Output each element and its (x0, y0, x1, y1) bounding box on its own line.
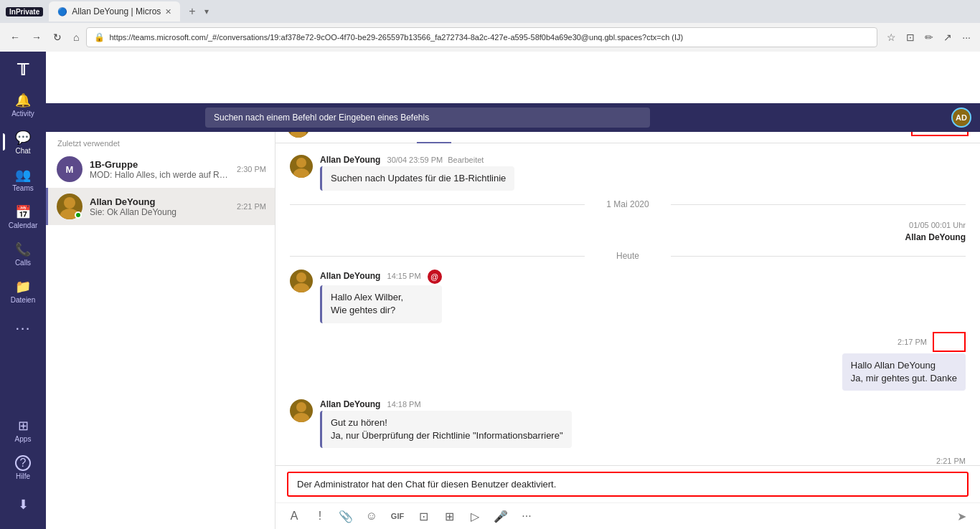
collections-icon[interactable]: ⊡ (903, 29, 918, 46)
meet-icon[interactable]: ▷ (465, 506, 485, 526)
self-msg-meta-3: 2:21 PM (860, 457, 966, 465)
msg-content-self-2: 2:17 PM Hallo Allan DeYoung Ja, mir geht… (842, 332, 966, 391)
chat-rail-icon: 💬 (15, 130, 31, 146)
self-text-2-line2: Ja, mir gehtes gut. Danke (851, 373, 957, 383)
self-msg-meta-1: 01/05 00:01 Uhr (905, 218, 966, 231)
sidebar-item-teams[interactable]: 👥 Teams (3, 161, 43, 198)
self-msg-time-1: 01/05 00:01 Uhr (909, 221, 966, 229)
schedule-icon[interactable]: ⊞ (439, 506, 459, 526)
msg-content-self-1: 01/05 00:01 Uhr Allan DeYoung (905, 218, 966, 242)
calendar-label: Calendar (9, 221, 38, 229)
home-button[interactable]: ⌂ (69, 29, 83, 46)
msg-meta-3: Allan DeYoung 14:15 PM @ (320, 270, 442, 284)
pen-icon[interactable]: ✏ (921, 29, 937, 46)
sidebar-item-calendar[interactable]: 📅 Calendar (3, 198, 43, 235)
left-rail: 𝕋 🔔 Activity 💬 Chat 👥 Teams 📅 Calendar 📞… (0, 52, 46, 529)
message-row-self-1: 01/05 00:01 Uhr Allan DeYoung (290, 218, 966, 242)
sidebar-item-chat[interactable]: 💬 Chat (3, 123, 43, 161)
main-area: Chat Zulet... verw... Kontakte ▽ Zuletzt… (46, 109, 980, 529)
activity-icon: 🔔 (15, 92, 31, 108)
tab-close-icon[interactable]: ✕ (165, 7, 171, 16)
chat-info-1b: 1B-Gruppe MOD: Hallo Alles, ich werde au… (90, 159, 230, 180)
self-bubble-2: Hallo Allan DeYoung Ja, mir gehtes gut. … (842, 353, 966, 391)
msg-meta-1: Allan DeYoung 30/04 23:59 PM Bearbeitet (320, 155, 514, 165)
audio-icon[interactable]: 🎤 (491, 506, 511, 526)
sidebar-item-dateien[interactable]: 📁 Dateien (3, 272, 43, 310)
self-msg-time-2: 2:17 PM (897, 338, 927, 346)
tab-title: Allan DeYoung | Micros (72, 6, 161, 16)
self-msg-sender-1: Allan DeYoung (905, 232, 966, 242)
sidebar-item-calls[interactable]: 📞 Calls (3, 235, 43, 272)
send-button[interactable]: ➤ (951, 506, 971, 526)
user-avatar[interactable]: AD (951, 108, 971, 128)
back-button[interactable]: ← (6, 29, 24, 46)
hilfe-label: Hilfe (16, 472, 30, 480)
forward-button[interactable]: → (27, 29, 46, 46)
chat-item-1b-gruppe[interactable]: M 1B-Gruppe MOD: Hallo Alles, ich werde … (46, 151, 275, 188)
sidebar-item-more[interactable]: ··· (3, 310, 43, 347)
dateien-label: Dateien (11, 296, 35, 304)
chat-info-allan: Allan DeYoung Sie: Ok Allan DeYoung (90, 196, 230, 217)
share-icon[interactable]: ↗ (940, 29, 956, 46)
svg-point-7 (293, 283, 309, 292)
msg-text-5-line1: Gut zu hören! (331, 417, 387, 428)
status-dot (75, 211, 82, 219)
app-container: Suchen nach einem Befehl oder Eingeben e… (0, 52, 980, 529)
msg-text-3-line2: Wie gehtes dir? (331, 305, 395, 315)
format-icon[interactable]: A (284, 506, 304, 526)
search-placeholder: Suchen nach einem Befehl oder Eingeben e… (214, 113, 429, 123)
chat-name-1b: 1B-Gruppe (90, 159, 230, 170)
teams-icon: 👥 (15, 167, 31, 183)
url-text: https://teams.microsoft.com/_#/conversat… (109, 33, 870, 42)
browser-icons: ☆ ⊡ ✏ ↗ ··· (883, 29, 974, 46)
new-tab-button[interactable]: + (186, 5, 198, 18)
msg-avatar-1 (290, 155, 313, 178)
self-msg-time-3: 2:21 PM (936, 457, 966, 465)
chat-rail-label: Chat (15, 147, 30, 155)
input-toolbar: A ! 📎 ☺ GIF ⊡ ⊞ ▷ 🎤 ··· ➤ (275, 502, 980, 529)
address-bar[interactable]: 🔒 https://teams.microsoft.com/_#/convers… (86, 27, 877, 47)
more-icon: ··· (15, 319, 30, 338)
svg-point-0 (64, 197, 75, 209)
calls-label: Calls (15, 259, 31, 267)
more-options-icon[interactable]: ··· (517, 506, 537, 526)
date-divider-heute: Heute (290, 251, 966, 261)
msg-avatar-3 (290, 270, 313, 292)
priority-icon[interactable]: ! (310, 506, 330, 526)
msg-text-5-line2: Ja, nur Überprüfung der Richtlinie "Info… (331, 430, 563, 441)
settings-icon[interactable]: ··· (958, 29, 974, 46)
message-row-self-3: 2:21 PM Ok Allan DeYoung ✓ (290, 457, 966, 465)
download-icon: ⬇ (18, 497, 29, 513)
msg-text-3-line1: Hallo Alex Wilber, (331, 292, 403, 302)
dateien-icon: 📁 (15, 279, 31, 295)
emoji-icon[interactable]: ☺ (362, 506, 382, 526)
tab-dropdown-button[interactable]: ▾ (204, 6, 209, 16)
sidebar-item-apps[interactable]: ⊞ Apps (3, 411, 43, 449)
sidebar-item-download[interactable]: ⬇ (3, 486, 43, 523)
refresh-button[interactable]: ↻ (49, 29, 66, 46)
msg-sender-1: Allan DeYoung (320, 155, 380, 165)
recent-label: Zuletzt verwendet (46, 133, 275, 151)
msg-time-1: 30/04 23:59 PM (387, 156, 443, 164)
browser-titlebar: InPrivate 🔵 Allan DeYoung | Micros ✕ + ▾ (0, 0, 980, 23)
chat-item-allan[interactable]: Allan DeYoung Sie: Ok Allan DeYoung 2:21… (46, 188, 275, 225)
calls-icon: 📞 (15, 242, 31, 257)
sidebar-item-activity[interactable]: 🔔 Activity (3, 86, 43, 123)
svg-point-6 (296, 272, 306, 282)
gif-icon[interactable]: GIF (387, 506, 407, 526)
sticker-icon[interactable]: ⊡ (413, 506, 433, 526)
attach-icon[interactable]: 📎 (336, 506, 356, 526)
message-row-5: Allan DeYoung 14:18 PM Gut zu hören! Ja,… (290, 399, 966, 448)
chat-main: Allan DeYoung Chat Dateien Organisation … (275, 109, 980, 529)
chat-name-allan: Allan DeYoung (90, 196, 230, 207)
header-search[interactable]: Suchen nach einem Befehl oder Eingeben e… (205, 108, 650, 128)
teams-logo-text: 𝕋 (17, 61, 29, 80)
date-divider-1: 1 Mai 2020 (290, 199, 966, 209)
browser-tab[interactable]: 🔵 Allan DeYoung | Micros ✕ (49, 1, 180, 22)
msg-time-5: 14:18 PM (387, 400, 421, 409)
star-icon[interactable]: ☆ (883, 29, 900, 46)
teams-label: Teams (12, 184, 33, 192)
msg-sender-3: Allan DeYoung (320, 271, 380, 281)
svg-point-8 (296, 402, 306, 412)
sidebar-item-hilfe[interactable]: ? Hilfe (3, 449, 43, 486)
